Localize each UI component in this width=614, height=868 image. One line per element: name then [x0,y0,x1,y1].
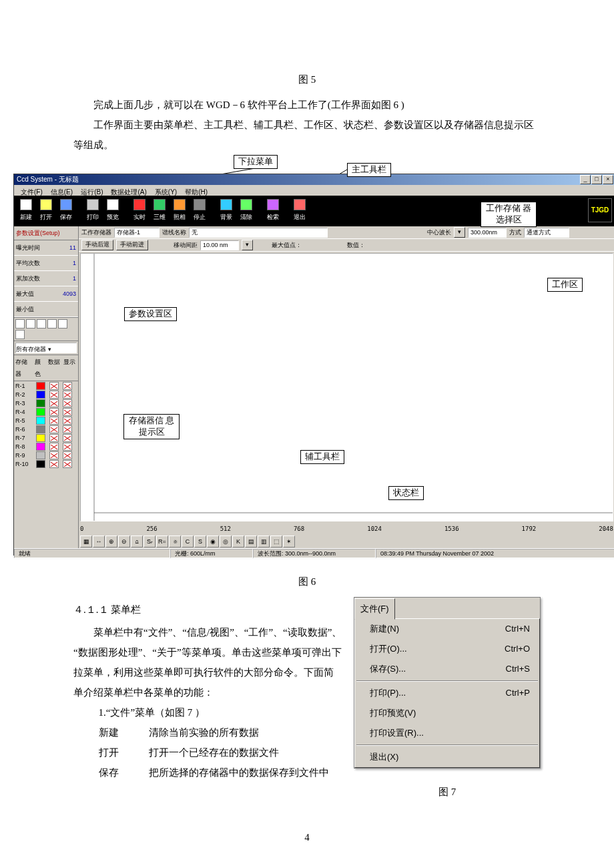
menu-item[interactable]: 打印设置(R)... [355,723,539,743]
menu-item[interactable]: 打开(O)...Ctrl+O [355,639,539,659]
menu-item[interactable]: 保存(S)...Ctrl+S [355,659,539,679]
sb-icon[interactable] [15,330,25,339]
menu-item[interactable]: 信息(E) [47,185,77,196]
figure-6-caption: 图 6 [73,572,541,592]
sb-icon[interactable] [47,319,57,329]
move-step-field[interactable]: 10.00 nm [200,240,239,250]
titlebar: Ccd System - 无标题 _ □ × [14,174,614,185]
aux-button[interactable]: R= [156,535,168,548]
register-table: 存储器 颜色 数据 显示 R-1R-2R-3R-4R-5R-6R-7R-8R-9… [14,355,78,468]
sb-icon[interactable] [26,319,35,329]
center-dec-button[interactable]: ▾ [454,227,465,238]
register-row[interactable]: R-10 [14,459,78,468]
param-row[interactable]: 曝光时间11 [14,240,78,256]
plot-area[interactable] [80,253,613,521]
mode-field[interactable]: 通道方式 [524,228,569,238]
close-button[interactable]: × [603,175,613,184]
figure-6-screenshot: 下拉菜单 主工具栏 工作存储 器选择区 工作区 参数设置区 存储器信 息提示区 … [0,155,614,569]
window-title: Ccd System - 无标题 [17,176,79,183]
center-wavelength-field[interactable]: 300.00nm [468,228,507,238]
aux-button[interactable]: ▦ [80,535,92,548]
aux-toolbar: ▦↔⊕⊖⩍SᵣR=⨳CS◉◎K▤▥⬚✶ [79,535,614,548]
x-axis-labels: 02565127681024153617922048 [79,523,614,535]
callout-param-area: 参数设置区 [124,307,177,321]
aux-button[interactable]: K [232,535,244,548]
param-row[interactable]: 最大值4093 [14,286,78,302]
minimize-button[interactable]: _ [580,175,591,184]
maximize-button[interactable]: □ [591,175,602,184]
function-description-row: 打开打开一个已经存在的数据文件 [99,742,344,763]
toolbar-button-三维[interactable]: 三维 [150,199,169,223]
aux-button[interactable]: ↔ [93,535,105,548]
toolbar-button-检索[interactable]: 检索 [264,199,282,223]
menu-item[interactable]: 文件(F) [17,185,47,196]
aux-button[interactable]: ⊕ [105,535,117,548]
param-row[interactable]: 累加次数1 [14,271,78,286]
toolbar-button-清除[interactable]: 清除 [237,199,256,223]
aux-button[interactable]: ▤ [245,535,257,548]
toolbar-button-预览[interactable]: 预览 [103,199,122,223]
toolbar-button-新建[interactable]: 新建 [17,199,35,223]
storage-select[interactable]: 所有存储器 ▾ [15,343,77,353]
toolbar-button-打印[interactable]: 打印 [83,199,102,223]
aux-button[interactable]: S [194,535,206,548]
param-row[interactable]: 平均次数1 [14,256,78,271]
aux-button[interactable]: ◉ [207,535,219,548]
aux-button[interactable]: ◎ [220,535,232,548]
menubar: 文件(F)信息(E)运行(B)数据处理(A)系统(Y)帮助(H) [14,185,614,196]
menu-item[interactable]: 退出(X) [355,747,539,767]
status-range: 波长范围: 300.0nm--900.0nm [253,549,376,558]
sidebar-icon-row [14,317,78,341]
toolbar-button-背景[interactable]: 背景 [217,199,236,223]
sb-icon[interactable] [37,319,46,329]
toolbar-button-停止[interactable]: 停止 [190,199,209,223]
logo: TJGD [588,198,612,222]
callout-storage-info: 存储器信 息提示区 [123,414,180,439]
aux-button[interactable]: ⨳ [169,535,181,548]
figure-5-caption: 图 5 [73,69,541,89]
callout-storage-selector: 工作存储 器选择区 [481,202,537,227]
param-row[interactable]: 最小值 [14,302,78,317]
callout-workarea: 工作区 [547,278,583,292]
function-description-row: 保存把所选择的存储器中的数据保存到文件中 [99,763,344,783]
menu-item[interactable]: 数据处理(A) [107,185,150,196]
callout-main-toolbar: 主工具栏 [347,163,391,177]
menu-item[interactable]: 帮助(H) [181,185,212,196]
aux-button[interactable]: Sᵣ [143,535,156,548]
menu-item[interactable]: 新建(N)Ctrl+N [355,619,539,639]
work-panel: 工作存储器 存储器-1 谱线名称 无 中心波长 ▾ 300.00nm 方式 通道… [79,226,614,548]
aux-button[interactable]: ⩍ [131,535,143,548]
toolbar-button-打开[interactable]: 打开 [37,199,55,223]
callout-dropdown-menu: 下拉菜单 [234,155,278,169]
file-menu-tab[interactable]: 文件(F) [354,598,395,620]
aux-button[interactable]: ▥ [258,535,270,548]
toolbar-button-实时[interactable]: 实时 [130,199,149,223]
callout-statusbar: 状态栏 [388,486,424,500]
figure-7-caption: 图 7 [354,782,541,802]
move-step-dd[interactable]: ▾ [242,240,253,250]
menu-item[interactable]: 打印(P)...Ctrl+P [355,683,539,703]
aux-button[interactable]: ⬚ [270,535,282,548]
status-time: 08:39:49 PM Thursday November 07 2002 [376,549,614,558]
menu-item[interactable]: 系统(Y) [151,185,181,196]
app-window: Ccd System - 无标题 _ □ × 文件(F)信息(E)运行(B)数据… [13,174,614,556]
function-description-row: 新建清除当前实验的所有数据 [99,722,344,742]
aux-button[interactable]: C [182,535,194,548]
toolbar-button-保存[interactable]: 保存 [57,199,75,223]
work-storage-field[interactable]: 存储器-1 [114,228,160,238]
sb-icon[interactable] [58,319,67,329]
status-ready: 就绪 [14,549,170,558]
callout-aux-toolbar: 辅工具栏 [300,450,344,464]
aux-button[interactable]: ⊖ [118,535,130,548]
status-grating: 光栅: 600L/mm [170,549,253,558]
sb-icon[interactable] [15,319,25,329]
toolbar-button-退出[interactable]: 退出 [290,199,309,223]
manual-back-button[interactable]: 手动后退 [81,240,113,250]
menu-item[interactable]: 运行(B) [77,185,107,196]
page-number: 4 [73,827,541,847]
manual-fwd-button[interactable]: 手动前进 [116,240,148,250]
aux-button[interactable]: ✶ [283,535,295,548]
spec-name-field[interactable]: 无 [189,228,328,238]
toolbar-button-照相[interactable]: 照相 [170,199,189,223]
menu-item[interactable]: 打印预览(V) [355,703,539,723]
